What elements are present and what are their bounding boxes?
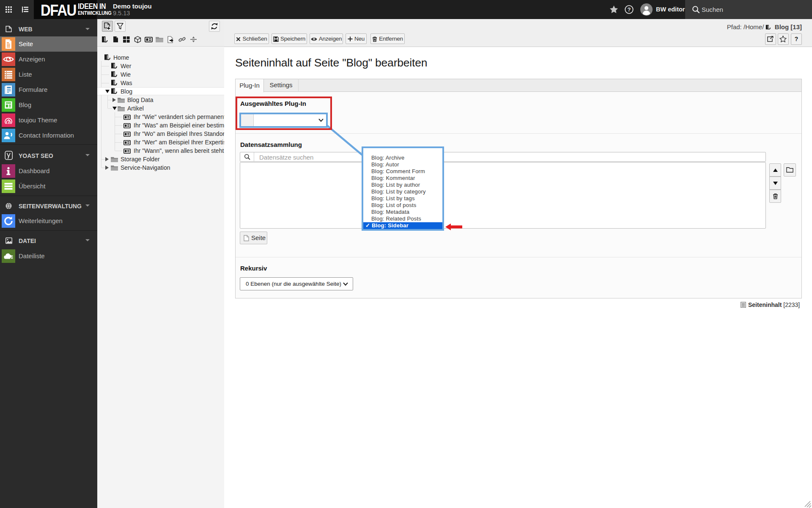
svg-text:?: ? — [628, 6, 631, 13]
